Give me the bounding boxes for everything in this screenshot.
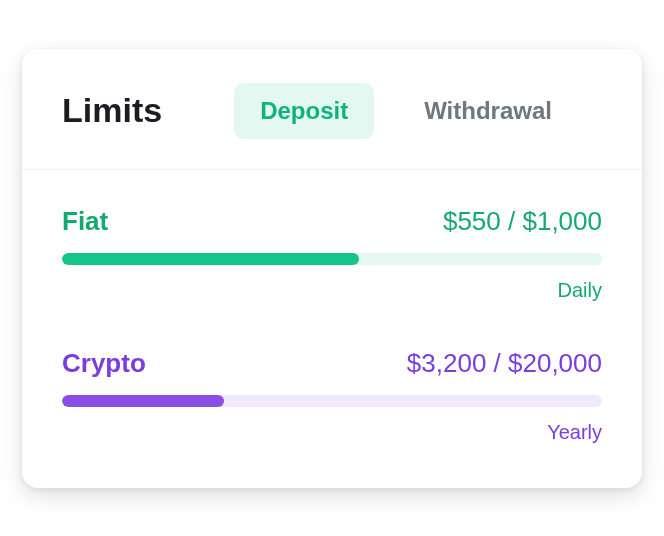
- limit-row-crypto: Crypto $3,200 / $20,000 Yearly: [62, 348, 602, 444]
- card-header: Limits Deposit Withdrawal: [22, 49, 642, 170]
- limit-name-fiat: Fiat: [62, 206, 108, 237]
- progress-fill-fiat: [62, 253, 359, 265]
- card-body: Fiat $550 / $1,000 Daily Crypto $3,200 /…: [22, 170, 642, 488]
- limit-value-fiat: $550 / $1,000: [443, 206, 602, 237]
- limit-row-fiat: Fiat $550 / $1,000 Daily: [62, 206, 602, 302]
- limit-period-fiat: Daily: [62, 279, 602, 302]
- limit-top: Crypto $3,200 / $20,000: [62, 348, 602, 379]
- progress-fill-crypto: [62, 395, 224, 407]
- tab-withdrawal[interactable]: Withdrawal: [398, 83, 578, 139]
- progress-bar-crypto: [62, 395, 602, 407]
- limit-value-crypto: $3,200 / $20,000: [407, 348, 602, 379]
- limit-period-crypto: Yearly: [62, 421, 602, 444]
- limit-top: Fiat $550 / $1,000: [62, 206, 602, 237]
- limit-name-crypto: Crypto: [62, 348, 146, 379]
- progress-bar-fiat: [62, 253, 602, 265]
- tab-deposit[interactable]: Deposit: [234, 83, 374, 139]
- limits-card: Limits Deposit Withdrawal Fiat $550 / $1…: [22, 49, 642, 488]
- card-title: Limits: [62, 91, 162, 130]
